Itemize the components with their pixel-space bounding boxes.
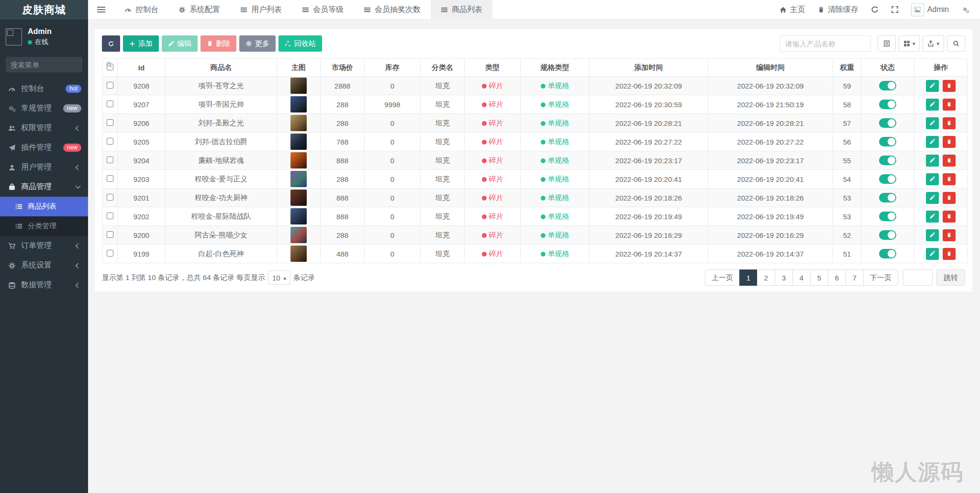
row-delete-button[interactable] xyxy=(943,229,956,241)
sidebar-item-settings[interactable]: 系统设置 xyxy=(0,256,88,275)
tab-dashboard[interactable]: 控制台 xyxy=(114,0,168,20)
sidebar-item-permissions[interactable]: 权限管理 xyxy=(0,118,88,138)
search-button[interactable] xyxy=(947,35,965,52)
row-edit-button[interactable] xyxy=(926,99,939,111)
tab-product-list[interactable]: 商品列表 xyxy=(431,0,492,20)
sidebar-item-plugins[interactable]: 插件管理 new xyxy=(0,138,88,157)
more-button[interactable]: 更多 xyxy=(239,35,276,52)
tab-lottery-times[interactable]: 会员抽奖次数 xyxy=(354,0,431,20)
page-button-7[interactable]: 7 xyxy=(846,269,864,286)
page-button-4[interactable]: 4 xyxy=(792,269,811,286)
refresh-icon[interactable] xyxy=(871,6,879,13)
sidebar-search-input[interactable] xyxy=(11,61,106,69)
gears-icon[interactable] xyxy=(961,6,969,14)
recycle-bin-button[interactable]: 回收站 xyxy=(278,35,322,52)
row-edit-button[interactable] xyxy=(926,192,939,204)
row-edit-button[interactable] xyxy=(926,173,939,185)
prev-page-button[interactable]: 上一页 xyxy=(705,269,740,286)
product-thumbnail[interactable] xyxy=(290,134,307,150)
page-button-6[interactable]: 6 xyxy=(828,269,846,286)
row-edit-button[interactable] xyxy=(926,80,939,92)
tab-user-list[interactable]: 用户列表 xyxy=(230,0,292,20)
row-checkbox[interactable] xyxy=(107,119,113,126)
row-checkbox[interactable] xyxy=(107,213,113,219)
tab-system-config[interactable]: 系统配置 xyxy=(168,0,230,20)
sidebar-item-products[interactable]: 商品管理 xyxy=(0,177,88,197)
status-toggle[interactable] xyxy=(879,118,896,128)
detail-view-button[interactable] xyxy=(878,35,896,52)
refresh-button[interactable] xyxy=(102,35,120,52)
status-toggle[interactable] xyxy=(879,81,896,90)
row-delete-button[interactable] xyxy=(943,155,956,167)
row-delete-button[interactable] xyxy=(943,117,956,129)
product-search-input[interactable] xyxy=(780,35,871,52)
row-edit-button[interactable] xyxy=(926,117,939,129)
sidebar-item-orders[interactable]: 订单管理 xyxy=(0,236,88,256)
status-toggle[interactable] xyxy=(879,100,896,109)
user-avatar[interactable] xyxy=(6,28,22,45)
columns-button[interactable]: ▾ xyxy=(899,35,920,52)
row-edit-button[interactable] xyxy=(926,229,939,241)
home-link[interactable]: 主页 xyxy=(780,5,805,15)
export-button[interactable]: ▾ xyxy=(923,35,944,52)
row-checkbox[interactable] xyxy=(107,138,113,145)
user-menu[interactable]: Admin xyxy=(911,3,949,16)
product-thumbnail[interactable] xyxy=(290,152,307,168)
row-delete-button[interactable] xyxy=(943,192,956,204)
sidebar-item-dashboard[interactable]: 控制台 hot xyxy=(0,79,88,99)
sidebar-item-general[interactable]: 常规管理 new xyxy=(0,99,88,118)
row-delete-button[interactable] xyxy=(943,136,956,148)
delete-button[interactable]: 删除 xyxy=(200,35,236,52)
row-checkbox[interactable] xyxy=(107,101,113,107)
product-thumbnail[interactable] xyxy=(290,227,307,243)
row-checkbox[interactable] xyxy=(107,175,113,182)
row-edit-button[interactable] xyxy=(926,211,939,223)
sidebar-item-category[interactable]: 分类管理 xyxy=(0,216,88,236)
fullscreen-icon[interactable] xyxy=(891,6,899,13)
page-button-1[interactable]: 1 xyxy=(739,269,757,286)
product-thumbnail[interactable] xyxy=(290,190,307,206)
status-toggle[interactable] xyxy=(879,156,896,165)
row-delete-button[interactable] xyxy=(943,173,956,185)
row-edit-button[interactable] xyxy=(926,248,939,260)
product-thumbnail[interactable] xyxy=(290,171,307,187)
clear-cache-link[interactable]: 清除缓存 xyxy=(818,5,858,15)
row-checkbox[interactable] xyxy=(107,231,113,238)
add-button[interactable]: 添加 xyxy=(123,35,159,52)
jump-button[interactable]: 跳转 xyxy=(936,269,965,286)
page-button-5[interactable]: 5 xyxy=(810,269,828,286)
product-thumbnail[interactable] xyxy=(290,246,307,262)
product-thumbnail[interactable] xyxy=(290,96,307,112)
page-button-3[interactable]: 3 xyxy=(775,269,793,286)
row-delete-button[interactable] xyxy=(943,80,956,92)
sidebar-item-data[interactable]: 数据管理 xyxy=(0,275,88,295)
row-edit-button[interactable] xyxy=(926,136,939,148)
sidebar-item-users[interactable]: 用户管理 xyxy=(0,157,88,177)
row-checkbox[interactable] xyxy=(107,82,113,89)
page-button-2[interactable]: 2 xyxy=(757,269,775,286)
row-checkbox[interactable] xyxy=(107,157,113,163)
status-toggle[interactable] xyxy=(879,193,896,202)
row-delete-button[interactable] xyxy=(943,248,956,260)
row-delete-button[interactable] xyxy=(943,99,956,111)
page-size-select[interactable]: 10▴ xyxy=(268,270,290,285)
row-delete-button[interactable] xyxy=(943,211,956,223)
row-checkbox[interactable] xyxy=(107,194,113,201)
new-badge: new xyxy=(63,144,81,152)
status-toggle[interactable] xyxy=(879,212,896,221)
status-toggle[interactable] xyxy=(879,249,896,258)
status-toggle[interactable] xyxy=(879,137,896,146)
tab-member-level[interactable]: 会员等级 xyxy=(292,0,354,20)
jump-page-input[interactable] xyxy=(903,269,933,286)
row-edit-button[interactable] xyxy=(926,155,939,167)
sidebar-item-product-list[interactable]: 商品列表 xyxy=(0,197,88,216)
row-checkbox[interactable] xyxy=(107,250,113,257)
product-thumbnail[interactable] xyxy=(290,208,307,224)
product-thumbnail[interactable] xyxy=(290,78,307,94)
edit-button[interactable]: 编辑 xyxy=(162,35,198,52)
next-page-button[interactable]: 下一页 xyxy=(863,269,898,286)
sidebar-toggle-icon[interactable] xyxy=(88,5,114,14)
status-toggle[interactable] xyxy=(879,174,896,184)
status-toggle[interactable] xyxy=(879,230,896,240)
product-thumbnail[interactable] xyxy=(290,115,307,131)
